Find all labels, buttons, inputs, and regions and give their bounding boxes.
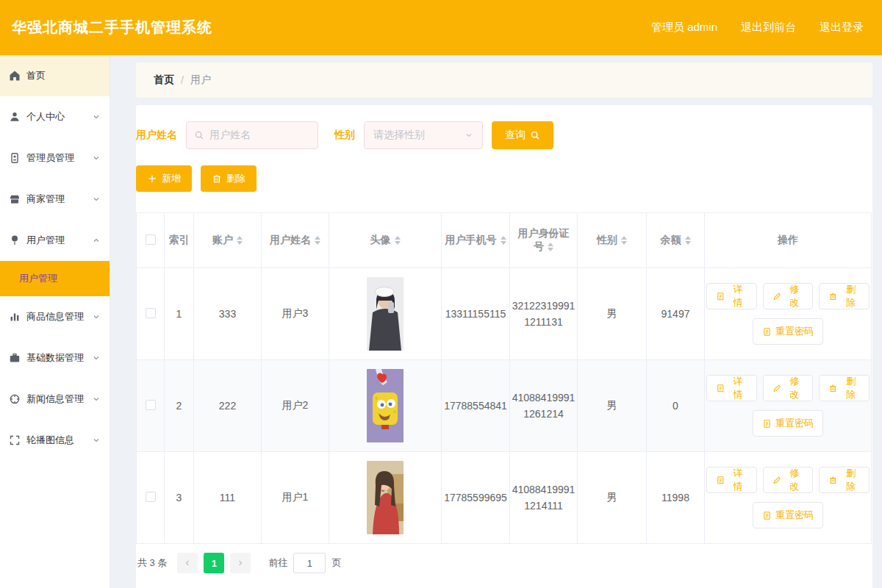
- pen-icon: [772, 384, 782, 393]
- cell-account: 333: [194, 268, 262, 360]
- row-checkbox[interactable]: [146, 308, 156, 318]
- breadcrumb-current: 用户: [190, 74, 211, 87]
- delete-button[interactable]: 删除: [201, 165, 257, 192]
- filter-row: 用户姓名 用户姓名 性别 请选择性别 查询: [136, 121, 872, 149]
- header-avatar: 头像: [329, 213, 442, 268]
- delete-button-label: 删除: [842, 283, 860, 309]
- reset-password-button[interactable]: 重置密码: [753, 502, 823, 528]
- sidebar-item-label: 新闻信息管理: [26, 392, 92, 406]
- balloon-icon: [9, 234, 21, 246]
- sort-caret-icon[interactable]: [237, 236, 243, 245]
- cell-avatar: [329, 452, 442, 544]
- sidebar: 首页 个人中心 管理员管理 商家管理 用户管理: [0, 55, 110, 588]
- sidebar-item-merchant-management[interactable]: 商家管理: [0, 179, 110, 220]
- row-checkbox[interactable]: [146, 492, 156, 502]
- document-icon: [762, 511, 772, 520]
- cell-balance: 91497: [647, 268, 705, 360]
- header-gender: 性别: [578, 213, 647, 268]
- select-all-checkbox[interactable]: [146, 234, 156, 245]
- page-number-1[interactable]: 1: [204, 553, 224, 573]
- breadcrumb-home[interactable]: 首页: [154, 74, 174, 87]
- sort-caret-icon[interactable]: [395, 236, 401, 245]
- cell-account: 222: [194, 360, 262, 452]
- chevron-down-icon: [92, 354, 101, 362]
- trash-icon: [212, 173, 222, 184]
- sidebar-item-admin-management[interactable]: 管理员管理: [0, 137, 110, 179]
- header-links: 管理员 admin 退出到前台 退出登录: [651, 21, 864, 35]
- cell-phone: 17788554841: [442, 360, 510, 452]
- detail-button-label: 详情: [729, 375, 747, 401]
- header-name: 用户姓名: [262, 213, 329, 268]
- search-button[interactable]: 查询: [492, 121, 553, 149]
- logout-link[interactable]: 退出登录: [820, 21, 864, 35]
- row-delete-button[interactable]: 删除: [819, 467, 870, 493]
- detail-button[interactable]: 详情: [706, 375, 757, 401]
- name-filter-input[interactable]: 用户姓名: [186, 121, 318, 149]
- cell-actions: 详情 修改 删除 重置密码: [705, 452, 872, 544]
- trash-icon: [828, 292, 838, 301]
- detail-button[interactable]: 详情: [706, 467, 757, 493]
- trash-icon: [828, 384, 838, 393]
- cell-gender: 男: [578, 268, 647, 360]
- sort-caret-icon[interactable]: [548, 243, 553, 251]
- document-icon: [716, 292, 725, 301]
- prev-page-button[interactable]: [177, 553, 198, 573]
- gender-filter-select[interactable]: 请选择性别: [364, 121, 483, 149]
- sort-caret-icon[interactable]: [315, 236, 320, 245]
- sidebar-item-goods-info-management[interactable]: 商品信息管理: [0, 296, 110, 337]
- header-select-all: [137, 213, 165, 268]
- admin-user-link[interactable]: 管理员 admin: [651, 21, 717, 35]
- name-filter-label: 用户姓名: [136, 129, 177, 142]
- sidebar-subitem-user-management-active[interactable]: 用户管理: [0, 261, 110, 296]
- sidebar-item-label: 商品信息管理: [26, 310, 92, 323]
- reset-password-button[interactable]: 重置密码: [753, 318, 823, 345]
- delete-button-label: 删除: [842, 467, 860, 493]
- detail-button[interactable]: 详情: [706, 283, 757, 309]
- column-label: 用户身份证号: [518, 227, 570, 252]
- sidebar-item-user-management[interactable]: 用户管理: [0, 220, 110, 261]
- avatar-image[interactable]: [367, 461, 404, 534]
- cell-id-number: 321223199911211131: [510, 268, 578, 360]
- delete-button-label: 删除: [226, 172, 245, 185]
- header-id-number: 用户身份证号: [510, 213, 578, 268]
- column-label: 账户: [212, 234, 233, 245]
- cell-phone: 17785599695: [442, 452, 510, 544]
- bar-chart-icon: [9, 311, 21, 323]
- edit-button[interactable]: 修改: [763, 283, 814, 309]
- sort-caret-icon[interactable]: [501, 236, 506, 245]
- row-delete-button[interactable]: 删除: [819, 283, 870, 309]
- goto-page-input[interactable]: [293, 553, 326, 573]
- frame-icon: [9, 434, 21, 446]
- trash-icon: [828, 476, 838, 485]
- sidebar-item-carousel-info[interactable]: 轮播图信息: [0, 420, 110, 461]
- avatar-image[interactable]: [367, 369, 404, 442]
- chevron-down-icon: [465, 131, 473, 140]
- edit-button[interactable]: 修改: [763, 375, 814, 401]
- sidebar-item-news-info-management[interactable]: 新闻信息管理: [0, 379, 110, 420]
- edit-button[interactable]: 修改: [763, 467, 814, 493]
- sidebar-item-base-data-management[interactable]: 基础数据管理: [0, 337, 110, 379]
- row-delete-button[interactable]: 删除: [819, 375, 870, 401]
- avatar-image[interactable]: [367, 277, 404, 351]
- cell-avatar: [329, 268, 442, 360]
- chevron-down-icon: [92, 436, 101, 445]
- document-icon: [716, 384, 725, 393]
- pagination: 共 3 条 1 前往 页: [136, 553, 872, 573]
- add-button[interactable]: 新增: [136, 165, 192, 192]
- search-button-label: 查询: [505, 129, 526, 142]
- sort-caret-icon[interactable]: [685, 236, 691, 245]
- breadcrumb-separator: /: [181, 74, 184, 86]
- exit-to-front-link[interactable]: 退出到前台: [741, 21, 796, 35]
- reset-password-button[interactable]: 重置密码: [753, 410, 823, 437]
- next-page-button[interactable]: [230, 553, 251, 573]
- cell-id-number: 410884199911214111: [510, 452, 578, 544]
- sidebar-item-personal-center[interactable]: 个人中心: [0, 96, 110, 137]
- breadcrumb: 首页 / 用户: [136, 62, 872, 98]
- sort-caret-icon[interactable]: [621, 236, 627, 245]
- sidebar-item-home[interactable]: 首页: [0, 55, 110, 96]
- column-label: 操作: [778, 234, 798, 245]
- reset-password-label: 重置密码: [775, 325, 814, 338]
- arrow-left-icon: [183, 559, 192, 567]
- shop-icon: [9, 193, 21, 205]
- row-checkbox[interactable]: [146, 400, 156, 410]
